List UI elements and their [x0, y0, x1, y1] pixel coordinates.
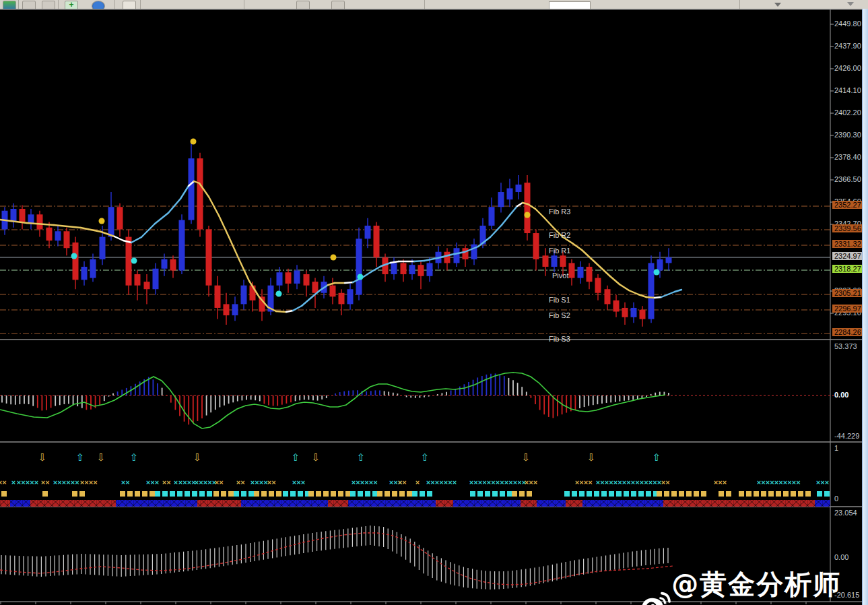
signal-square [824, 491, 830, 497]
signal-square [631, 491, 636, 497]
signal-square [338, 491, 343, 497]
signal-square [579, 491, 585, 497]
trend-ribbon-segment [10, 500, 30, 507]
up-arrow-icon: ⇧ [653, 451, 661, 464]
buy-dot [131, 258, 137, 264]
fib-level-label: Fib S1 [549, 296, 570, 304]
x-mark: × [415, 479, 420, 486]
signal-square [564, 491, 570, 497]
signal-square [512, 491, 517, 497]
signal-square [686, 491, 692, 497]
signal-square [798, 491, 803, 497]
signal-square [221, 491, 226, 497]
signal-square [42, 491, 48, 497]
down-arrow-icon: ⇩ [312, 451, 321, 464]
x-mark: × [824, 479, 830, 486]
signal-square [207, 491, 212, 497]
buy-dot [358, 274, 364, 280]
down-arrow-icon: ⇩ [97, 451, 106, 464]
signal-square [671, 491, 677, 497]
signal-square [331, 491, 336, 497]
signal-square [609, 491, 614, 497]
signal-square [142, 491, 147, 497]
signal-square [365, 491, 370, 497]
signal-square [323, 491, 329, 497]
sell-dot [191, 139, 197, 145]
signal-square [739, 491, 744, 497]
trend-ribbon-segment [566, 500, 582, 507]
x-mark: × [665, 479, 671, 486]
trend-ribbon-segment [436, 500, 453, 507]
trend-ribbon-segment [348, 500, 436, 507]
trend-ribbon-segment [0, 500, 10, 507]
macd-panel [0, 373, 835, 428]
x-mark: × [11, 479, 16, 486]
signal-square [805, 491, 811, 497]
trend-ribbon-segment [453, 500, 521, 507]
signal-square [616, 491, 622, 497]
x-mark: × [93, 479, 98, 486]
signal-square [120, 491, 125, 497]
signal-square [477, 491, 483, 497]
down-arrow-icon: ⇩ [522, 451, 531, 464]
signal-square [768, 491, 774, 497]
trend-ribbon-segment [328, 500, 348, 507]
signal-square [135, 491, 140, 497]
signal-square [79, 491, 85, 497]
fib-level-label: Fib S3 [549, 335, 570, 343]
signal-square [298, 491, 303, 497]
fib-level-label: Fib R2 [549, 231, 570, 239]
signal-square [427, 491, 432, 497]
weibo-icon [641, 587, 671, 605]
watermark: @黄金分析师吕超 [641, 566, 868, 605]
up-arrow-icon: ⇧ [76, 451, 85, 464]
signal-square [261, 491, 267, 497]
candlesticks [2, 139, 672, 326]
signal-square [492, 491, 498, 497]
x-mark: × [300, 479, 306, 486]
signal-square [420, 491, 425, 497]
signal-square [177, 491, 182, 497]
signal-square [817, 491, 822, 497]
signal-square [519, 491, 525, 497]
signal-square [470, 491, 475, 497]
signal-square [345, 491, 351, 497]
signal-square [719, 491, 724, 497]
signal-square [1, 491, 7, 497]
signal-square [679, 491, 684, 497]
x-mark: × [796, 479, 801, 486]
buy-dot [276, 291, 282, 297]
signal-square [358, 491, 363, 497]
signal-square [72, 491, 77, 497]
sell-dot [525, 212, 531, 218]
signal-square [776, 491, 781, 497]
signal-square [192, 491, 197, 497]
chart-canvas[interactable]: ⇩⇩⇩⇩⇩⇩⇧⇧⇧⇧⇧⇧××××××××××××××××××××××××××××… [0, 0, 868, 605]
x-mark: × [588, 479, 593, 486]
terminal-window: + ⇩⇩⇩⇩⇩⇩⇧⇧⇧⇧⇧⇧××××××××××××××××××××××××××… [0, 0, 868, 605]
trend-ribbon-segment [582, 500, 663, 507]
signal-square [664, 491, 669, 497]
signal-square [241, 491, 246, 497]
x-mark: × [373, 479, 378, 486]
signal-square [726, 491, 731, 497]
signal-square [228, 491, 234, 497]
vertical-scrollbar[interactable] [862, 9, 868, 605]
sell-dot [331, 255, 337, 261]
price-axis-ticks [830, 24, 834, 313]
fib-level-label: Pivot [552, 272, 568, 280]
signal-square [269, 491, 274, 497]
signal-square [638, 491, 644, 497]
signal-square [399, 491, 405, 497]
up-arrow-icon: ⇧ [357, 451, 366, 464]
x-mark: × [125, 479, 131, 486]
x-mark: × [154, 479, 160, 486]
x-mark: × [166, 479, 172, 486]
signal-square [127, 491, 133, 497]
signal-square [290, 491, 296, 497]
signal-square [761, 491, 766, 497]
signal-square [407, 491, 412, 497]
signal-square [149, 491, 155, 497]
signal-square [507, 491, 512, 497]
x-mark: × [75, 479, 80, 486]
